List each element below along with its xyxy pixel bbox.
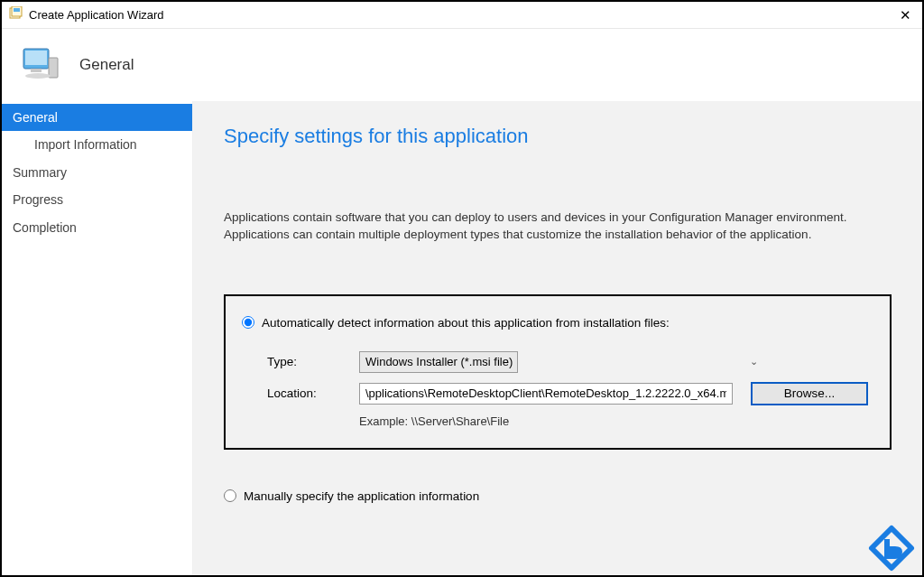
page-description: Applications contain software that you c… (224, 209, 892, 244)
radio-manual[interactable]: Manually specify the application informa… (224, 489, 892, 503)
wizard-header: General (2, 29, 922, 101)
wizard-body: General Import Information Summary Progr… (2, 101, 922, 575)
brand-logo (864, 521, 919, 575)
type-select[interactable] (359, 351, 518, 373)
content-area: Specify settings for this application Ap… (193, 101, 922, 575)
computer-icon (18, 42, 65, 88)
location-field-row: Location: Browse... (242, 382, 868, 405)
titlebar: Create Application Wizard ✕ (2, 2, 922, 29)
window-title: Create Application Wizard (29, 8, 164, 22)
sidebar-item-general[interactable]: General (2, 104, 192, 131)
browse-button[interactable]: Browse... (751, 382, 868, 405)
radio-auto-detect[interactable]: Automatically detect information about t… (242, 316, 868, 330)
radio-auto-detect-input[interactable] (242, 316, 254, 329)
location-input[interactable] (359, 383, 733, 405)
chevron-down-icon: ⌄ (750, 356, 758, 368)
type-field-row: Type: ⌄ (242, 351, 868, 373)
location-label: Location: (267, 386, 359, 400)
wizard-window: Create Application Wizard ✕ General Gene… (0, 0, 924, 577)
type-label: Type: (267, 355, 359, 368)
sidebar-item-import-information[interactable]: Import Information (2, 131, 192, 158)
page-header-title: General (79, 56, 134, 74)
svg-rect-5 (49, 58, 58, 78)
radio-manual-input[interactable] (224, 489, 236, 502)
svg-rect-7 (31, 69, 42, 72)
svg-point-6 (25, 73, 51, 79)
type-select-wrap[interactable]: ⌄ (359, 351, 765, 373)
auto-detect-option-box: Automatically detect information about t… (224, 294, 892, 450)
radio-auto-detect-label: Automatically detect information about t… (262, 316, 670, 330)
svg-rect-4 (25, 51, 47, 65)
radio-manual-label: Manually specify the application informa… (244, 489, 479, 503)
sidebar: General Import Information Summary Progr… (2, 101, 193, 575)
example-text: Example: \\Server\Share\File (242, 414, 868, 428)
sidebar-item-completion[interactable]: Completion (2, 214, 192, 241)
app-icon (9, 6, 23, 24)
svg-rect-2 (14, 8, 20, 12)
sidebar-item-progress[interactable]: Progress (2, 186, 192, 213)
page-heading: Specify settings for this application (224, 125, 892, 148)
sidebar-item-summary[interactable]: Summary (2, 159, 192, 186)
close-button[interactable]: ✕ (900, 7, 911, 23)
